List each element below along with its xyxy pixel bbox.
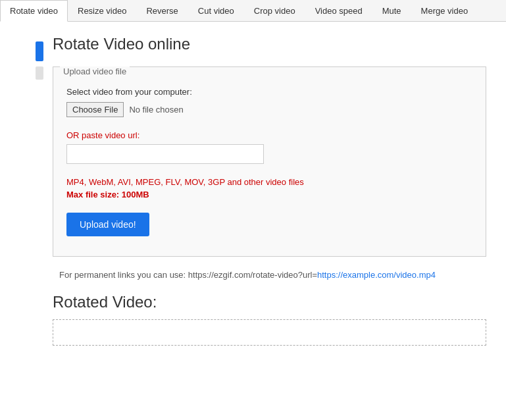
rotated-video-box [53,319,486,346]
permanent-link-url[interactable]: https://example.com/video.mp4 [317,270,436,280]
tab-cut-video[interactable]: Cut video [188,0,244,21]
tab-bar: Rotate videoResize videoReverseCut video… [0,0,506,22]
no-file-text: No file chosen [129,105,183,115]
url-input[interactable] [66,144,264,164]
tab-rotate-video[interactable]: Rotate video [0,0,68,22]
upload-box-label: Upload video file [60,66,130,76]
blue-accent [36,41,43,61]
or-paste-label: OR paste video url: [66,130,472,140]
file-input-row: Choose File No file chosen [66,102,472,117]
permanent-link-section: For permanent links you can use: https:/… [53,270,486,280]
left-sidebar [33,35,46,346]
tab-crop-video[interactable]: Crop video [244,0,305,21]
rotated-video-title: Rotated Video: [53,293,486,311]
page-title: Rotate Video online [53,35,486,53]
gray-accent [36,66,43,80]
upload-box: Upload video file Select video from your… [53,66,486,257]
select-label: Select video from your computer: [66,87,472,97]
max-size-text: Max file size: 100MB [66,190,472,199]
permanent-link-prefix: For permanent links you can use: https:/… [59,270,317,280]
upload-video-button[interactable]: Upload video! [66,213,149,236]
main-content: Rotate Video online Upload video file Se… [0,22,506,359]
choose-file-button[interactable]: Choose File [66,102,124,117]
tab-reverse[interactable]: Reverse [136,0,188,21]
content-area: Rotate Video online Upload video file Se… [53,35,486,346]
tab-mute[interactable]: Mute [372,0,411,21]
tab-merge-video[interactable]: Merge video [411,0,478,21]
formats-text: MP4, WebM, AVI, MPEG, FLV, MOV, 3GP and … [66,177,472,187]
tab-resize-video[interactable]: Resize video [68,0,136,21]
tab-video-speed[interactable]: Video speed [305,0,372,21]
